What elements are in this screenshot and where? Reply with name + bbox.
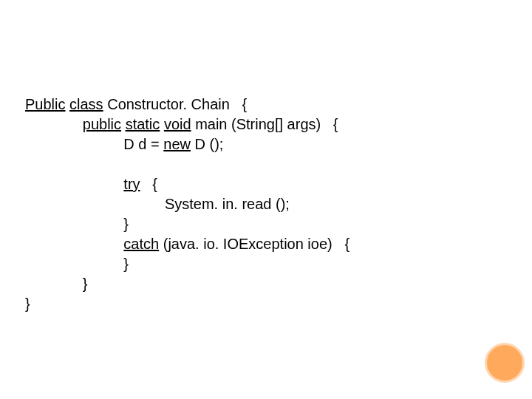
code-line-5: try {	[25, 174, 498, 194]
keyword-class: class	[69, 96, 103, 112]
indent	[25, 176, 123, 192]
indent	[25, 236, 123, 252]
code-line-2: public static void main (String[] args) …	[25, 115, 498, 134]
code-text: main (String[] args) {	[191, 116, 338, 132]
code-text: {	[140, 176, 157, 192]
code-text: (java. io. IOException ioe) {	[159, 236, 349, 252]
decorative-circle-icon	[485, 343, 525, 383]
code-line-10: }	[25, 274, 498, 294]
code-line-11: }	[25, 294, 498, 314]
slide: Public class Constructor. Chain { public…	[0, 0, 532, 399]
code-line-3: D d = new D ();	[25, 134, 498, 154]
keyword-public: Public	[25, 96, 65, 112]
code-line-8: catch (java. io. IOException ioe) {	[25, 234, 498, 254]
code-block: Public class Constructor. Chain { public…	[25, 95, 498, 314]
code-line-1: Public class Constructor. Chain {	[25, 95, 498, 115]
keyword-static: static	[126, 116, 160, 132]
code-line-4	[25, 154, 498, 174]
code-line-7: }	[25, 214, 498, 234]
keyword-catch: catch	[123, 236, 159, 252]
keyword-new: new	[163, 136, 191, 152]
indent: D d =	[25, 136, 163, 152]
indent	[25, 116, 83, 132]
code-text: Constructor. Chain {	[103, 96, 248, 112]
code-text: D ();	[191, 136, 223, 152]
keyword-public: public	[83, 116, 121, 132]
keyword-try: try	[123, 176, 140, 192]
code-line-9: }	[25, 254, 498, 274]
code-line-6: System. in. read ();	[25, 194, 498, 214]
keyword-void: void	[164, 116, 191, 132]
